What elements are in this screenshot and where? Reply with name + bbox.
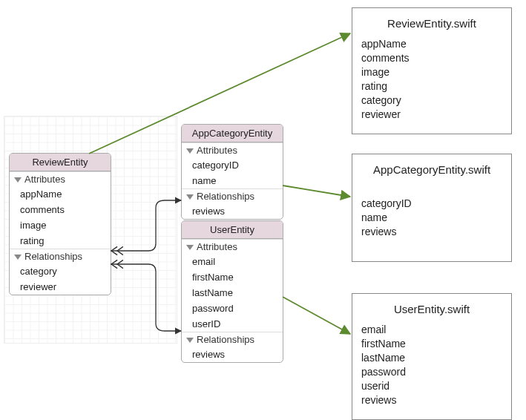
section-label: Relationships: [10, 249, 111, 263]
swift-line: name: [361, 211, 502, 225]
swift-line: userid: [361, 379, 502, 393]
swift-file-user: UserEntity.swift email firstName lastNam…: [352, 293, 512, 420]
attr-row: appName: [10, 186, 111, 202]
section-label: Relationships: [182, 332, 283, 347]
maps-to-arrow: [283, 297, 350, 334]
entity-appcategory[interactable]: AppCategoryEntity Attributes categoryID …: [181, 124, 283, 220]
disclosure-triangle-icon: [186, 338, 194, 343]
rel-row: reviews: [182, 347, 283, 362]
entity-review-header: ReviewEntity: [10, 154, 111, 171]
attr-row: lastName: [182, 285, 283, 301]
swift-line: firstName: [361, 337, 502, 351]
disclosure-triangle-icon: [186, 245, 194, 250]
rel-row: reviewer: [10, 279, 111, 295]
swift-line: categoryID: [361, 197, 502, 211]
swift-file-title: UserEntity.swift: [361, 303, 502, 315]
attributes-label: Attributes: [24, 174, 65, 185]
attr-row: rating: [10, 233, 111, 249]
attr-row: firstName: [182, 269, 283, 285]
rel-row: category: [10, 263, 111, 279]
relationships-label: Relationships: [197, 334, 254, 345]
disclosure-triangle-icon: [186, 148, 194, 154]
relationships-label: Relationships: [24, 251, 82, 262]
swift-line: email: [361, 323, 502, 337]
attr-row: userID: [182, 316, 283, 332]
swift-file-appcategory: AppCategoryEntity.swift categoryID name …: [352, 154, 512, 262]
attr-row: email: [182, 254, 283, 269]
attr-row: password: [182, 301, 283, 316]
maps-to-arrow: [283, 186, 350, 197]
swift-line: appName: [361, 37, 502, 51]
swift-file-review: ReviewEntity.swift appName comments imag…: [352, 7, 512, 134]
swift-line: lastName: [361, 351, 502, 365]
entity-user-header: UserEntity: [182, 221, 283, 239]
entity-review[interactable]: ReviewEntity Attributes appName comments…: [9, 153, 111, 295]
swift-line: category: [361, 93, 502, 108]
section-label: Attributes: [182, 142, 283, 157]
attr-row: categoryID: [182, 157, 283, 173]
swift-line: reviews: [361, 393, 502, 407]
swift-file-title: ReviewEntity.swift: [361, 17, 502, 30]
section-label: Relationships: [182, 188, 283, 203]
section-label: Attributes: [182, 239, 283, 254]
attributes-label: Attributes: [197, 145, 237, 156]
disclosure-triangle-icon: [14, 255, 22, 260]
rel-row: reviews: [182, 203, 283, 219]
swift-line: image: [361, 65, 502, 79]
attr-row: image: [10, 217, 111, 233]
swift-line: rating: [361, 79, 502, 93]
disclosure-triangle-icon: [186, 194, 194, 200]
section-label: Attributes: [10, 171, 111, 186]
entity-appcategory-header: AppCategoryEntity: [182, 125, 283, 142]
swift-line: comments: [361, 51, 502, 65]
swift-line: reviewer: [361, 108, 502, 122]
disclosure-triangle-icon: [14, 177, 22, 183]
swift-line: password: [361, 365, 502, 379]
attributes-label: Attributes: [197, 241, 237, 252]
attr-row: name: [182, 173, 283, 188]
attr-row: comments: [10, 202, 111, 217]
entity-user[interactable]: UserEntity Attributes email firstName la…: [181, 220, 283, 363]
swift-file-title: AppCategoryEntity.swift: [361, 163, 502, 176]
swift-line: reviews: [361, 225, 502, 239]
relationships-label: Relationships: [197, 191, 254, 202]
